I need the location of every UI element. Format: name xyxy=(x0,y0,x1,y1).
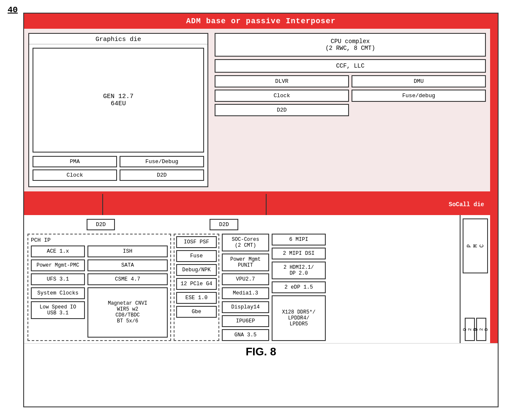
media-box: Media1.3 xyxy=(222,287,269,299)
red-strip-right-bottom xyxy=(490,215,498,343)
edp-box: 2 eDP 1.5 xyxy=(272,281,326,293)
gen-box: GEN 12.7 64EU xyxy=(33,48,204,153)
socall-die-label: SoCall die xyxy=(449,201,484,208)
ese-box: ESE 1.0 xyxy=(176,292,217,304)
pma-box: PMA xyxy=(33,156,117,167)
ipu-box: IPU6EP xyxy=(222,315,269,327)
low-speed-box: Low Speed IO USB 3.1 xyxy=(31,301,85,319)
pch-ip-area: PCH IP ACE 1.x Power Mgmt-PMC UFS 3.1 Sy… xyxy=(27,234,171,341)
cpu-d2d-box: D2D xyxy=(215,104,349,116)
red-strip-right-top xyxy=(490,29,498,191)
center-modules: IOSF PSF Fuse Debug/NPK 12 PCle G4 ESE 1… xyxy=(174,234,219,341)
d2d-right-box: D2D xyxy=(476,318,486,341)
bottom-half: D2D D2D PCH IP ACE 1.x Power Mgmt-PMC xyxy=(24,215,498,343)
d2d-left-box: D2D xyxy=(465,318,475,341)
hdmi-box: 2 HDMI2.1/ DP 2.0 xyxy=(272,262,326,279)
page-number: 40 xyxy=(8,5,18,15)
d2d-bottom-boxes: D2D D2D xyxy=(461,316,490,343)
soc-cores-box: SOC-Cores (2 CMT) xyxy=(222,234,269,251)
magnetar-box: Magnetar CNVI WIR5 w2 CD8/TBDC BT 5x/6 xyxy=(87,287,168,338)
left-d2d-connector-box: D2D xyxy=(87,219,115,230)
dlvr-box: DLVR xyxy=(215,75,349,87)
graphics-die-label: Graphics die xyxy=(29,34,207,44)
ufs-box: UFS 3.1 xyxy=(31,273,85,285)
fuse-box: Fuse xyxy=(176,250,217,262)
iosf-box: IOSF PSF xyxy=(176,236,217,248)
cpu-area: CPU complex (2 RWC, 8 CMT) CCF, LLC DLVR… xyxy=(213,29,490,191)
display-box: Display14 xyxy=(222,301,269,313)
top-half: Graphics die GEN 12.7 64EU PMA Fuse/Debu… xyxy=(24,29,498,194)
vpu-box: VPU2.7 xyxy=(222,273,269,285)
pmc-box: PMC xyxy=(463,218,488,273)
main-diagram: ADM base or passive Interposer Graphics … xyxy=(23,13,499,407)
soc-modules: SOC-Cores (2 CMT) Power Mgmt PUNIT VPU2.… xyxy=(222,234,269,341)
ddr-box: X128 DDR5*/ LPDDR4/ LPDDR5 xyxy=(272,295,326,341)
display-modules: 6 MIPI 2 MIPI DSI 2 HDMI2.1/ DP 2.0 2 eD… xyxy=(272,234,326,341)
system-clocks-box: System Clocks xyxy=(31,287,85,299)
cpu-fuse-debug-box: Fuse/debug xyxy=(352,90,486,102)
ace-box: ACE 1.x xyxy=(31,245,85,257)
power-mgmt-pmc-box: Power Mgmt-PMC xyxy=(31,259,85,271)
gna-box: GNA 3.5 xyxy=(222,329,269,341)
d2d-boxes-row: D2D D2D xyxy=(24,214,460,230)
ccf-box: CCF, LLC xyxy=(215,59,486,73)
pch-ip-label: PCH IP xyxy=(31,237,168,243)
cpu-clock-box: Clock xyxy=(215,90,349,102)
ish-box: ISH xyxy=(87,245,168,257)
gbe-box: Gbe xyxy=(176,306,217,318)
dmu-box: DMU xyxy=(352,75,486,87)
csme-box: CSME 4.7 xyxy=(87,273,168,285)
adm-banner: ADM base or passive Interposer xyxy=(24,14,498,29)
debug-npk-box: Debug/NPK xyxy=(176,264,217,276)
pcie-box: 12 PCle G4 xyxy=(176,278,217,290)
right-side-panel: PMC D2D D2D xyxy=(460,215,490,343)
figure-caption: FIG. 8 xyxy=(24,343,498,361)
red-divider: SoCall die xyxy=(24,194,498,215)
power-mgmt-punit-box: Power Mgmt PUNIT xyxy=(222,254,269,271)
bottom-main-row: PCH IP ACE 1.x Power Mgmt-PMC UFS 3.1 Sy… xyxy=(24,230,460,343)
graphics-die-container: Graphics die GEN 12.7 64EU PMA Fuse/Debu… xyxy=(28,33,208,187)
graphics-d2d-box: D2D xyxy=(120,169,204,181)
sata-box: SATA xyxy=(87,259,168,271)
fuse-debug-box: Fuse/Debug xyxy=(120,156,204,167)
right-d2d-connector-box: D2D xyxy=(210,219,238,230)
cpu-complex-box: CPU complex (2 RWC, 8 CMT) xyxy=(215,33,486,57)
graphics-clock-box: Clock xyxy=(33,169,117,181)
mipi-6-box: 6 MIPI xyxy=(272,234,326,245)
mipi-dsi-box: 2 MIPI DSI xyxy=(272,248,326,259)
